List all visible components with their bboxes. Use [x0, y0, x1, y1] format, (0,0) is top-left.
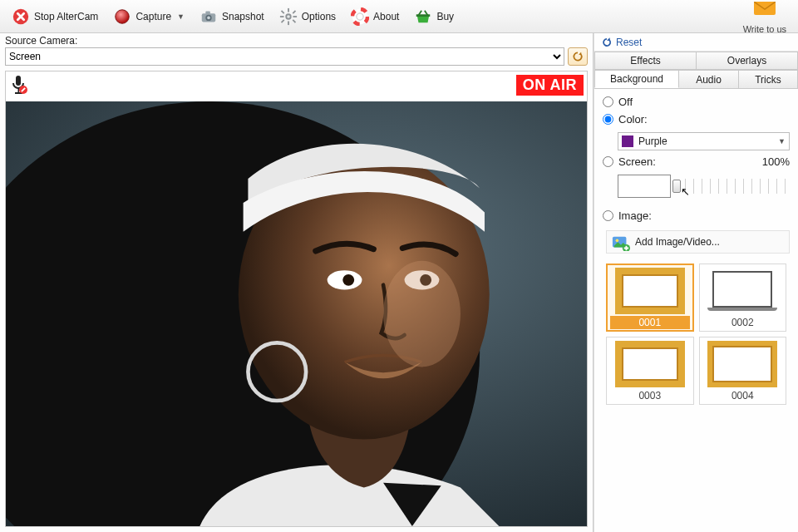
- svg-rect-11: [281, 10, 285, 14]
- snapshot-label: Snapshot: [222, 11, 264, 22]
- add-image-video-button[interactable]: Add Image/Video...: [606, 230, 790, 254]
- image-thumb-0004[interactable]: 0004: [699, 337, 787, 405]
- capture-button[interactable]: Capture ▼: [106, 3, 191, 30]
- tab-background[interactable]: Background: [594, 70, 679, 88]
- add-image-label: Add Image/Video...: [635, 236, 720, 248]
- image-thumb-0002[interactable]: 0002: [699, 264, 787, 332]
- video-preview-area: ON AIR: [5, 71, 588, 527]
- tab-overlays[interactable]: Overlays: [697, 52, 798, 70]
- about-button[interactable]: About: [344, 3, 406, 30]
- about-label: About: [373, 11, 399, 22]
- chevron-down-icon: ▼: [778, 137, 786, 145]
- basket-icon: [414, 7, 432, 26]
- buy-button[interactable]: Buy: [407, 3, 461, 30]
- write-to-us-label: Write to us: [743, 24, 786, 34]
- options-button[interactable]: Options: [273, 3, 342, 30]
- source-camera-label: Source Camera:: [5, 35, 77, 47]
- microphone-muted-icon[interactable]: [9, 75, 29, 95]
- svg-rect-21: [16, 76, 21, 86]
- bg-color-radio[interactable]: Color:: [603, 113, 790, 126]
- snapshot-button[interactable]: Snapshot: [193, 3, 271, 30]
- svg-rect-10: [293, 16, 297, 17]
- svg-point-30: [342, 274, 354, 286]
- slider-thumb[interactable]: [672, 180, 681, 193]
- thumb-label: 0003: [610, 389, 690, 402]
- screen-percent-value: 100%: [762, 155, 790, 168]
- svg-rect-12: [292, 19, 296, 23]
- on-air-badge: ON AIR: [516, 75, 584, 96]
- close-red-icon: [12, 7, 30, 26]
- side-panel: Reset Effects Overlays Background Audio …: [594, 33, 798, 532]
- thumb-label: 0002: [703, 316, 783, 329]
- main-toolbar: Stop AlterCam Capture ▼ Snapshot Options…: [0, 0, 798, 33]
- bg-screen-radio[interactable]: Screen:: [603, 155, 656, 168]
- options-label: Options: [302, 11, 336, 22]
- svg-point-1: [116, 9, 130, 23]
- reset-label: Reset: [616, 37, 642, 48]
- reset-icon: [601, 37, 613, 48]
- bg-color-select[interactable]: Purple ▼: [618, 132, 790, 150]
- video-still-icon: [6, 101, 587, 526]
- bg-color-value: Purple: [638, 135, 667, 147]
- tab-audio[interactable]: Audio: [679, 70, 739, 88]
- write-to-us-button[interactable]: Write to us: [736, 2, 793, 32]
- camera-icon: [200, 7, 218, 26]
- svg-rect-3: [205, 11, 210, 14]
- mail-icon: [754, 2, 776, 20]
- svg-point-34: [383, 261, 461, 367]
- svg-rect-9: [280, 16, 284, 17]
- record-icon: [113, 7, 131, 26]
- svg-rect-13: [281, 19, 285, 23]
- tab-tricks[interactable]: Tricks: [739, 70, 798, 88]
- add-image-icon: [612, 234, 630, 249]
- capture-label: Capture: [135, 11, 171, 22]
- svg-point-15: [287, 15, 290, 18]
- bg-off-radio[interactable]: Off: [603, 96, 790, 108]
- reset-button[interactable]: Reset: [594, 33, 798, 52]
- svg-rect-7: [288, 7, 289, 12]
- cursor-icon: ↖: [681, 185, 690, 198]
- refresh-icon: [572, 51, 584, 62]
- screen-preview-box[interactable]: [618, 175, 671, 198]
- svg-rect-22: [18, 88, 20, 92]
- stop-altercam-label: Stop AlterCam: [34, 11, 98, 22]
- opacity-slider[interactable]: ↖: [677, 179, 790, 194]
- tab-effects[interactable]: Effects: [594, 52, 697, 70]
- gear-icon: [279, 7, 298, 26]
- svg-rect-8: [288, 21, 289, 25]
- stop-altercam-button[interactable]: Stop AlterCam: [5, 3, 105, 30]
- source-camera-row: Source Camera: Screen: [0, 33, 593, 69]
- svg-point-5: [207, 16, 210, 19]
- thumb-label: 0004: [703, 389, 783, 402]
- lifebuoy-icon: [351, 7, 369, 26]
- svg-rect-19: [416, 14, 431, 17]
- image-thumb-0003[interactable]: 0003: [606, 337, 694, 405]
- refresh-sources-button[interactable]: [568, 47, 588, 66]
- color-swatch-icon: [622, 135, 633, 147]
- buy-label: Buy: [436, 11, 454, 22]
- video-frame: [6, 101, 587, 526]
- svg-point-36: [616, 239, 619, 242]
- source-camera-select[interactable]: Screen: [5, 47, 564, 66]
- svg-point-18: [357, 12, 363, 19]
- image-thumb-grid: 0001 0002 0003 0004: [603, 259, 790, 410]
- svg-rect-14: [292, 10, 296, 14]
- bg-image-radio[interactable]: Image:: [603, 209, 790, 222]
- image-thumb-0001[interactable]: 0001: [606, 264, 694, 332]
- chevron-down-icon: ▼: [177, 12, 185, 21]
- thumb-label: 0001: [610, 316, 690, 329]
